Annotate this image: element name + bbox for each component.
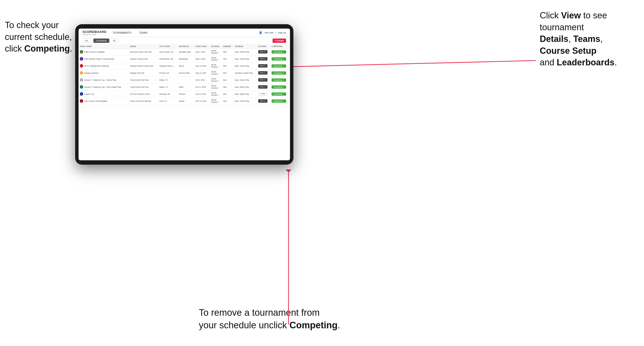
cell-gender: Men — [222, 55, 234, 62]
table-row: J Jackson T. Stephens Cup – Men's Match … — [78, 84, 290, 91]
view-button[interactable]: View ⓘ — [258, 50, 268, 53]
event-name-cell: M Folds of Honor Collegiate — [80, 50, 128, 53]
table-row: W 2023 Sahalee Players Championship Saha… — [78, 55, 290, 62]
annotation-bottom-center: To remove a tournament from your schedul… — [199, 307, 368, 332]
col-start-date: START DATE — [194, 44, 210, 48]
cell-event-name: H John A. Burns Intercollegiate — [78, 98, 129, 105]
event-name-cell: I OFCC Fighting Illini Invitational — [80, 64, 128, 68]
cell-city: Dallas, TX — [158, 76, 178, 84]
event-name-cell: H John A. Burns Intercollegiate — [80, 99, 128, 103]
view-button[interactable]: View ⓘ — [258, 78, 268, 82]
cell-actions: View ⓘ — [257, 69, 270, 76]
view-button[interactable]: View ⓘ — [258, 64, 268, 68]
tablet-screen: SCOREBOARD Powered by clippd TOURNAMENTS… — [78, 28, 290, 160]
cell-actions: View ⓘ — [257, 98, 270, 105]
cell-competing: Competing ✓ — [270, 84, 290, 91]
table-body: M Folds of Honor Collegiate American Dun… — [78, 48, 290, 105]
cell-actions: View ⓘ — [257, 55, 270, 62]
competing-button[interactable]: Competing ✓ — [272, 85, 286, 89]
sign-out-link[interactable]: Sign out — [278, 31, 286, 34]
cell-division: NCAADivision I — [210, 69, 222, 76]
cell-event-name: W 2023 Sahalee Players Championship — [78, 55, 129, 62]
view-button[interactable]: View ⓘ — [258, 71, 268, 75]
cell-division: NCAADivision I — [210, 62, 222, 69]
col-event-name: EVENT NAME — [78, 44, 129, 48]
competing-button[interactable]: Competing ✓ — [272, 50, 286, 53]
view-button[interactable]: View ⓘ — [258, 57, 268, 60]
cell-scoring: team, Stroke Play — [234, 48, 257, 55]
cell-event-name: P Papago Individual — [78, 69, 129, 76]
cell-division: NCAADivision I — [210, 84, 222, 91]
event-name-text: Jackson T. Stephens Cup – Men's Match Pl… — [84, 86, 121, 88]
competing-button[interactable]: Competing ✓ — [272, 57, 286, 60]
cell-gender: Men — [222, 84, 234, 91]
tab-competing[interactable]: Competing — [93, 38, 109, 43]
tab-all[interactable]: All — [110, 38, 118, 43]
event-name-cell: P Papago Individual — [80, 71, 128, 75]
edit-button[interactable]: ✏ Edit — [258, 92, 267, 96]
cell-hosted: Arizona State — [178, 69, 194, 76]
team-logo: W — [80, 57, 83, 60]
nav-teams[interactable]: TEAMS — [138, 30, 149, 35]
cell-division: NCAADivision I — [210, 76, 222, 84]
create-button[interactable]: + Create — [272, 38, 286, 43]
cell-start-date: Jan 14, 2024 — [194, 91, 210, 98]
cell-gender: Men — [222, 98, 234, 105]
nav-tournaments[interactable]: TOURNAMENTS — [111, 30, 133, 35]
cell-city: Phoenix, AZ — [158, 69, 178, 76]
table-container: EVENT NAME VENUE CITY, STATE HOSTED BY S… — [78, 44, 290, 160]
view-button[interactable]: View ⓘ — [258, 99, 268, 103]
team-logo: J — [80, 85, 83, 89]
cell-actions: View ⓘ — [257, 84, 270, 91]
cell-start-date: Oct 9, 2023 — [194, 76, 210, 84]
cell-start-date: Oct 11, 2023 — [194, 84, 210, 91]
team-logo: P — [80, 71, 83, 75]
event-name-text: Papago Individual — [84, 72, 99, 74]
table-row: I OFCC Fighting Illini Invitational Olym… — [78, 62, 290, 69]
cell-city: Olympia Fields, IL — [158, 62, 178, 69]
cell-hosted: Illinois — [178, 62, 194, 69]
cell-actions: ✏ Edit — [257, 91, 270, 98]
cell-competing: Competing ✓ — [270, 55, 290, 62]
team-logo: A — [80, 92, 83, 96]
event-name-text: Jackson T. Stephens Cup – Stroke Play — [84, 79, 116, 81]
col-scoring: SCORING — [234, 44, 257, 48]
table-row: H John A. Burns Intercollegiate Ocean Co… — [78, 98, 290, 105]
cell-start-date: Sep 4, 2023 — [194, 48, 210, 55]
cell-event-name: J Jackson T. Stephens Cup – Men's Match … — [78, 84, 129, 91]
table-row: J Jackson T. Stephens Cup – Stroke Play … — [78, 76, 290, 84]
cell-actions: View ⓘ — [257, 62, 270, 69]
cell-gender: Men — [222, 91, 234, 98]
tab-home[interactable]: Ho... — [82, 38, 92, 43]
col-actions: ACTIONS — [257, 44, 270, 48]
cell-scoring: individual, Stroke Play — [234, 69, 257, 76]
cell-scoring: team, Match Play — [234, 84, 257, 91]
cell-venue: Olympia Fields Country Club — [129, 62, 158, 69]
competing-button[interactable]: Competing ✓ — [272, 64, 286, 68]
col-gender: GENDER — [222, 44, 234, 48]
team-logo: J — [80, 78, 83, 82]
cell-city: Sammamish, WA — [158, 55, 178, 62]
competing-button[interactable]: Competing ✓ — [272, 78, 286, 82]
cell-scoring: team, Stroke Play — [234, 98, 257, 105]
nav-right: 👤 Test User | Sign out — [259, 31, 286, 35]
competing-button[interactable]: Competing ✓ — [272, 100, 286, 103]
annotation-competing-bold: Competing — [24, 44, 70, 53]
view-button[interactable]: View ⓘ — [258, 85, 268, 89]
cell-city: Lihue, HI — [158, 98, 178, 105]
col-division: DIVISION — [210, 44, 222, 48]
competing-button[interactable]: Competing ✓ — [272, 93, 286, 96]
cell-hosted: Michigan State — [178, 48, 194, 55]
cell-venue: American Dunes Golf Club — [129, 48, 158, 55]
event-name-cell: A Copper Cup — [80, 92, 128, 96]
cell-gender: Men — [222, 76, 234, 84]
cell-division: NCAADivision I — [210, 98, 222, 105]
cell-hosted: ABAC — [178, 84, 194, 91]
cell-division: NCAADivision I — [210, 91, 222, 98]
team-logo: I — [80, 64, 83, 68]
competing-button[interactable]: Competing ✓ — [272, 71, 286, 75]
cell-hosted: Arizona — [178, 91, 194, 98]
cell-event-name: J Jackson T. Stephens Cup – Stroke Play — [78, 76, 129, 84]
cell-hosted: Washington — [178, 55, 194, 62]
table-header: EVENT NAME VENUE CITY, STATE HOSTED BY S… — [78, 44, 290, 48]
